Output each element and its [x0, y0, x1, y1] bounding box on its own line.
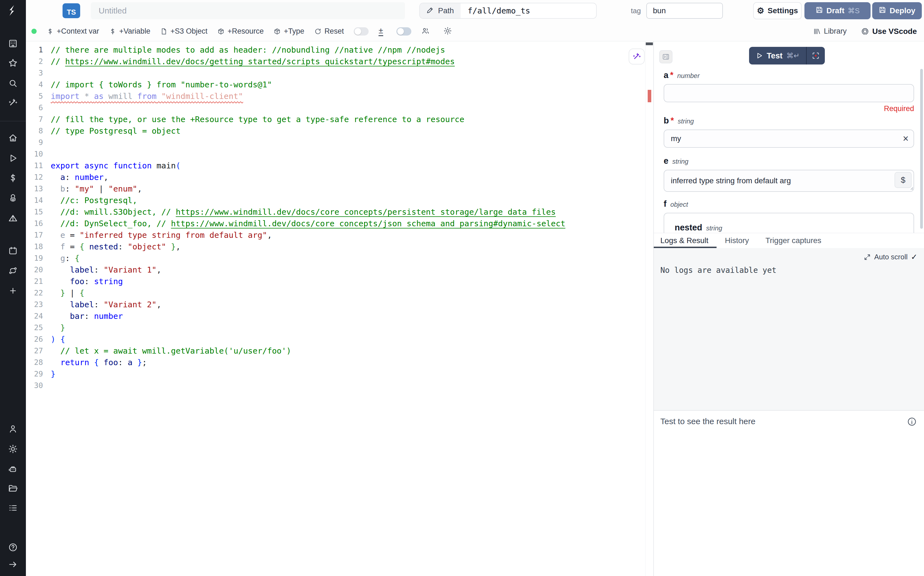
code-area: 1// there are multiple modes to add as h… — [26, 44, 653, 391]
add-type-button[interactable]: +Type — [274, 27, 304, 35]
settings-gear-icon[interactable] — [6, 442, 19, 456]
multiplayer-toggle[interactable] — [396, 27, 411, 35]
auto-scroll-control[interactable]: Auto scroll ✓ — [864, 253, 918, 262]
ai-assistant-button[interactable] — [629, 48, 645, 64]
panel-tabs: Logs & Result History Trigger captures — [654, 233, 924, 248]
code-line[interactable]: 29} — [26, 368, 653, 380]
editor-scrollbar-thumb[interactable] — [646, 42, 653, 45]
capture-test-button[interactable] — [807, 47, 825, 64]
plus-icon[interactable] — [6, 284, 19, 298]
code-line[interactable]: 25 } — [26, 322, 653, 333]
code-line[interactable]: 18 f = { nested: "object" }, — [26, 241, 653, 253]
collapse-arrow-icon[interactable] — [6, 558, 19, 571]
resize-handle[interactable] — [910, 186, 913, 191]
code-line[interactable]: 5import * as wmill from "windmill-client… — [26, 90, 653, 102]
add-s3-object-button[interactable]: +S3 Object — [160, 27, 207, 35]
code-text: } — [51, 368, 55, 380]
flows-route-icon[interactable] — [6, 264, 19, 277]
line-number: 18 — [26, 241, 51, 253]
workspace-icon[interactable] — [6, 37, 19, 50]
code-text: } | { — [51, 287, 84, 299]
code-line[interactable]: 3 — [26, 67, 653, 79]
clear-icon[interactable]: × — [903, 134, 908, 144]
draft-button[interactable]: Draft ⌘S — [804, 2, 871, 19]
topbar: TS Path f/all/demo_ts tag ⚙ Settings — [26, 0, 924, 21]
code-line[interactable]: 4// import { toWords } from "number-to-w… — [26, 79, 653, 90]
windmill-logo[interactable] — [6, 4, 19, 17]
user-icon[interactable] — [6, 422, 19, 435]
auto-scroll-label: Auto scroll — [874, 253, 908, 261]
script-summary-input[interactable] — [91, 2, 405, 19]
insert-variable-chip[interactable]: $ — [895, 172, 911, 188]
reset-button[interactable]: Reset — [314, 27, 344, 35]
code-line[interactable]: 7// fill the type, or use the +Resource … — [26, 114, 653, 125]
code-line[interactable]: 8// type Postgresql = object — [26, 125, 653, 137]
field-b-input[interactable] — [664, 130, 914, 148]
info-icon[interactable] — [907, 417, 917, 428]
favorites-star-icon[interactable] — [6, 56, 19, 70]
code-line[interactable]: 13 b: "my" | "enum", — [26, 183, 653, 195]
tag-input[interactable] — [646, 3, 723, 19]
diff-mode-toggle[interactable] — [354, 27, 369, 35]
code-line[interactable]: 11export async function main( — [26, 160, 653, 171]
collapse-panel-icon[interactable] — [659, 50, 672, 63]
code-text: foo: string — [51, 275, 123, 287]
editor-settings-gear-icon[interactable] — [443, 26, 452, 36]
tab-history[interactable]: History — [717, 233, 757, 248]
code-line[interactable]: 14 //c: Postgresql, — [26, 195, 653, 206]
code-line[interactable]: 9 — [26, 137, 653, 148]
help-icon[interactable] — [6, 541, 19, 554]
runs-play-icon[interactable] — [6, 152, 19, 165]
deploy-button[interactable]: Deploy — [872, 2, 922, 19]
tab-logs-result[interactable]: Logs & Result — [654, 233, 717, 248]
path-control[interactable]: Path f/all/demo_ts — [419, 3, 597, 19]
code-line[interactable]: 28 return { foo: a }; — [26, 357, 653, 368]
code-line[interactable]: 16 //d: DynSelect_foo, // https://www.wi… — [26, 218, 653, 229]
code-line[interactable]: 19 g: { — [26, 253, 653, 264]
triggers-prism-icon[interactable] — [6, 212, 19, 225]
tab-trigger-captures[interactable]: Trigger captures — [757, 233, 830, 248]
field-b-label: b* string — [664, 116, 914, 126]
home-icon[interactable] — [6, 131, 19, 145]
add-context-var-button[interactable]: +Context var — [46, 27, 99, 35]
search-icon[interactable] — [6, 77, 19, 90]
code-line[interactable]: 26) { — [26, 333, 653, 345]
use-vscode-button[interactable]: Use VScode — [861, 27, 917, 36]
code-line[interactable]: 20 label: "Variant 1", — [26, 264, 653, 275]
code-text: //d: wmill.S3Object, // https://www.wind… — [51, 206, 556, 218]
code-line[interactable]: 23 label: "Variant 2", — [26, 299, 653, 310]
resources-cubes-icon[interactable] — [6, 192, 19, 205]
add-variable-button[interactable]: +Variable — [109, 27, 150, 35]
code-editor[interactable]: 1// there are multiple modes to add as h… — [26, 42, 653, 576]
workers-robot-icon[interactable] — [6, 462, 19, 476]
settings-button[interactable]: ⚙ Settings — [753, 2, 802, 19]
code-line[interactable]: 17 e = "inferred type string from defaul… — [26, 229, 653, 241]
ai-wand-icon[interactable] — [6, 96, 19, 109]
folders-icon[interactable] — [6, 482, 19, 495]
library-button[interactable]: Library — [813, 27, 847, 35]
field-a-input[interactable] — [664, 84, 914, 102]
code-line[interactable]: 2// https://www.windmill.dev/docs/gettin… — [26, 56, 653, 67]
logs-area: Auto scroll ✓ No logs are available yet — [654, 248, 924, 410]
schedules-calendar-icon[interactable] — [6, 244, 19, 258]
editor-scroll-decorations[interactable] — [645, 42, 653, 576]
code-line[interactable]: 24 bar: number — [26, 310, 653, 322]
field-e-input[interactable]: inferred type string from default arg — [664, 170, 914, 192]
code-line[interactable]: 15 //d: wmill.S3Object, // https://www.w… — [26, 206, 653, 218]
audit-logs-icon[interactable] — [6, 501, 19, 515]
code-line[interactable]: 27 // let x = await wmill.getVariable('u… — [26, 345, 653, 357]
code-line[interactable]: 6 — [26, 102, 653, 114]
code-line[interactable]: 12 a: number, — [26, 171, 653, 183]
add-resource-button[interactable]: +Resource — [217, 27, 263, 35]
line-number: 3 — [26, 67, 51, 79]
code-line[interactable]: 22 } | { — [26, 287, 653, 299]
code-text: return { foo: a }; — [51, 357, 147, 368]
code-line[interactable]: 21 foo: string — [26, 275, 653, 287]
form-scrollbar[interactable] — [920, 69, 923, 229]
code-line[interactable]: 1// there are multiple modes to add as h… — [26, 44, 653, 56]
code-line[interactable]: 30 — [26, 380, 653, 391]
variables-dollar-icon[interactable] — [6, 171, 19, 185]
test-button[interactable]: Test ⌘↵ — [749, 47, 806, 64]
code-line[interactable]: 10 — [26, 148, 653, 160]
code-text: // https://www.windmill.dev/docs/getting… — [51, 56, 455, 67]
